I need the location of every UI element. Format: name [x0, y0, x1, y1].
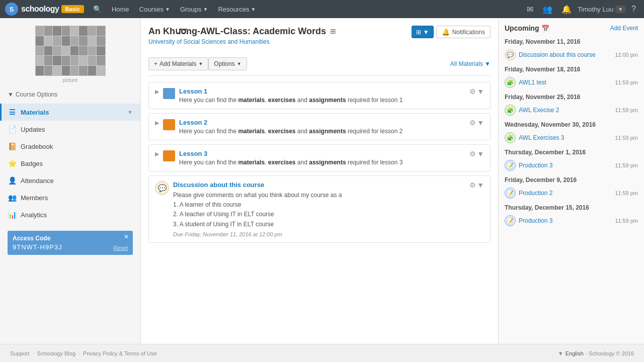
add-event-link[interactable]: Add Event	[610, 25, 638, 32]
discussion-body-line-1: 1. A learner of this course	[173, 200, 465, 210]
course-options-toggle[interactable]: ▼ Course Options	[0, 88, 140, 101]
nav-courses[interactable]: Courses ▼	[134, 0, 175, 18]
sidebar-item-analytics[interactable]: 📊 Analytics	[0, 206, 140, 223]
upcoming-event-awl3: 🧩 AWL Exercises 3 11:59 pm	[505, 131, 638, 145]
view-toggle-button[interactable]: ⊞ ▼	[412, 26, 434, 38]
upcoming-date-5: Friday, December 9, 2016	[505, 176, 638, 184]
lesson-1-title[interactable]: Lesson 1	[179, 87, 207, 95]
logo-area[interactable]: S schoology	[5, 3, 59, 16]
discussion-item: 💬 Discussion about this course Please gi…	[148, 175, 491, 243]
lesson-2-toggle[interactable]: ▶	[155, 119, 159, 126]
notifications-label: Notifications	[452, 29, 485, 36]
footer-lang-arrow: ▼	[558, 350, 564, 356]
analytics-icon: 📊	[8, 210, 17, 219]
sidebar-label-analytics: Analytics	[21, 211, 47, 219]
footer-support[interactable]: Support	[10, 350, 30, 356]
upcoming-date-group-1: Friday, November 18, 2016 🧩 AWL1 test 11…	[505, 66, 638, 89]
sidebar-nav: ☰ Materials ▼ 📄 Updates 📔 Gradebook ⭐ Ba…	[0, 104, 140, 223]
sidebar-label-members: Members	[21, 194, 48, 202]
options-label: Options	[214, 60, 234, 67]
course-image-label: picture	[8, 77, 133, 83]
lesson-2-gear[interactable]: ⚙ ▼	[469, 119, 484, 127]
event-awl3-name[interactable]: AWL Exercises 3	[519, 134, 564, 141]
materials-icon: ☰	[8, 108, 17, 117]
page-wrapper: picture ▼ Course Options ☰ Materials ▼ 📄…	[0, 18, 644, 344]
sidebar-item-gradebook[interactable]: 📔 Gradebook	[0, 138, 140, 155]
lesson-1-header: ▶ Lesson 1 Here you can find the materia…	[149, 82, 490, 109]
nav-right: ✉ 👥 🔔 Timothy Luu ▼ ?	[524, 5, 639, 14]
add-materials-button[interactable]: + Add Materials ▼	[148, 57, 208, 70]
discussion-content: Discussion about this course Please give…	[173, 181, 465, 237]
messages-icon[interactable]: ✉	[524, 5, 536, 14]
sidebar-item-members[interactable]: 👥 Members	[0, 189, 140, 206]
event-awl2-name[interactable]: AWL Execise 2	[519, 107, 559, 114]
upcoming-title: Upcoming 📅	[505, 24, 549, 32]
event-prod2-name[interactable]: Production 2	[519, 190, 552, 197]
upcoming-date-3: Wednesday, November 30, 2016	[505, 121, 638, 128]
lesson-3-toggle[interactable]: ▶	[155, 150, 159, 157]
lesson-3-item: ▶ Lesson 3 Here you can find the materia…	[148, 144, 491, 171]
people-icon[interactable]: 👥	[539, 5, 555, 14]
sidebar-item-attendance[interactable]: 👤 Attendance	[0, 172, 140, 189]
course-title: An Khương-AWL-Class: Academic Words	[148, 26, 326, 37]
all-materials-link[interactable]: All Materials ▼	[450, 60, 491, 67]
sidebar-item-badges[interactable]: ⭐ Badges	[0, 155, 140, 172]
lesson-2-content: Lesson 2 Here you can find the materials…	[179, 119, 465, 135]
nav-home[interactable]: Home	[107, 0, 134, 18]
lesson-1-toggle[interactable]: ▶	[155, 87, 159, 95]
user-menu[interactable]: Timothy Luu ▼	[578, 6, 625, 13]
members-icon: 👥	[8, 193, 17, 202]
nav-resources[interactable]: Resources ▼	[213, 0, 261, 18]
event-awl1-icon: 🧩	[505, 77, 516, 88]
lesson-1-item: ▶ Lesson 1 Here you can find the materia…	[148, 82, 491, 109]
alerts-icon[interactable]: 🔔	[558, 5, 575, 14]
discussion-gear[interactable]: ⚙ ▼	[469, 181, 484, 189]
sidebar-item-materials[interactable]: ☰ Materials ▼	[0, 104, 140, 121]
actions-row: + Add Materials ▼ Options ▼ All Material…	[148, 57, 491, 76]
discussion-title[interactable]: Discussion about this course	[173, 181, 465, 189]
search-icon[interactable]: 🔍	[88, 5, 107, 13]
access-code-reset[interactable]: Reset	[113, 245, 128, 251]
lesson-1-gear[interactable]: ⚙ ▼	[469, 87, 484, 96]
options-button[interactable]: Options ▼	[208, 57, 247, 70]
upcoming-label: Upcoming	[505, 24, 539, 32]
event-discussion-time: 12:00 pm	[615, 52, 638, 58]
logo-icon: S	[5, 3, 18, 16]
event-prod3b-name[interactable]: Production 3	[519, 217, 552, 224]
footer-blog[interactable]: Schoology Blog	[37, 350, 75, 356]
upcoming-date-group-4: Thursday, December 1, 2016 📝 Production …	[505, 149, 638, 172]
user-name: Timothy Luu	[578, 6, 613, 13]
event-prod3a-name[interactable]: Production 3	[519, 162, 552, 169]
add-materials-label: Add Materials	[159, 60, 196, 67]
lesson-3-gear[interactable]: ⚙ ▼	[469, 150, 484, 158]
gear-2-caret: ▼	[477, 119, 484, 127]
user-dropdown-arrow[interactable]: ▼	[615, 6, 625, 13]
sidebar-item-updates[interactable]: 📄 Updates	[0, 121, 140, 138]
discussion-header: 💬 Discussion about this course Please gi…	[155, 181, 484, 237]
event-discussion-name[interactable]: Discussion about this course	[519, 51, 596, 58]
course-edit-icon[interactable]: ⊞	[330, 27, 336, 35]
lesson-3-title[interactable]: Lesson 3	[179, 150, 207, 157]
lesson-2-title[interactable]: Lesson 2	[179, 119, 207, 126]
nav-groups[interactable]: Groups ▼	[175, 0, 213, 18]
footer-privacy[interactable]: Privacy Policy & Terms of Use	[83, 350, 157, 356]
access-code-close[interactable]: ✕	[124, 233, 129, 240]
discussion-body: Please give comments on what you think a…	[173, 191, 465, 229]
sidebar-label-gradebook: Gradebook	[21, 143, 53, 150]
add-materials-icon: +	[154, 60, 157, 67]
lesson-2-folder-icon	[163, 119, 175, 130]
upcoming-date-0: Friday, November 11, 2016	[505, 38, 638, 45]
content-header-left: An Khương-AWL-Class: Academic Words ⊞ Un…	[148, 26, 336, 51]
access-code-title: Access Code	[13, 235, 128, 242]
event-awl1-name[interactable]: AWL1 test	[519, 79, 546, 86]
top-navigation: S schoology Basic 🔍 Home Courses ▼ Group…	[0, 0, 644, 18]
event-prod2-time: 11:59 pm	[615, 190, 638, 196]
access-code-value: 9TNWT-H9P3J	[13, 243, 62, 251]
footer: Support · Schoology Blog · Privacy Polic…	[0, 344, 644, 362]
notifications-button[interactable]: 🔔 Notifications	[436, 26, 491, 38]
upcoming-event-prod3a: 📝 Production 3 11:59 pm	[505, 158, 638, 172]
course-subtitle[interactable]: University of Social Sciences and Humani…	[148, 38, 336, 45]
footer-language[interactable]: English	[566, 350, 584, 356]
help-icon[interactable]: ?	[628, 5, 639, 14]
calendar-icon[interactable]: 📅	[541, 25, 549, 32]
